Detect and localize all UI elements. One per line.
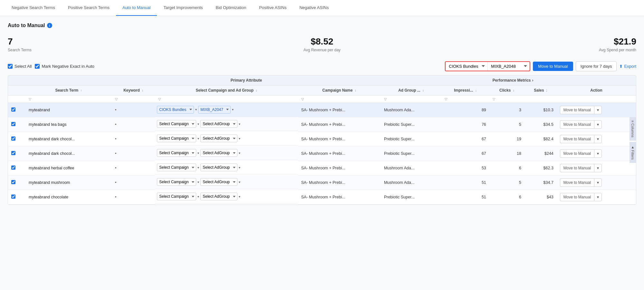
row-adgroup-select[interactable]: Select AdGroup bbox=[200, 135, 237, 142]
row-checkbox[interactable] bbox=[11, 165, 15, 170]
row-checkbox[interactable] bbox=[11, 151, 15, 155]
columns-panel-label[interactable]: ≡ Columns bbox=[630, 117, 636, 141]
row-adgroup-select[interactable]: Select AdGroup bbox=[200, 120, 237, 128]
stats-row: 7 Search Terms $8.52 Avg Revenue per day… bbox=[8, 36, 636, 52]
tab-negative-asins[interactable]: Negative ASINs bbox=[293, 0, 335, 16]
row-action-arrow-button[interactable]: ▾ bbox=[594, 106, 602, 114]
row-move-to-manual-button[interactable]: Move to Manual bbox=[560, 193, 594, 201]
row-checkbox-cell bbox=[8, 117, 25, 132]
filter-checkbox bbox=[8, 95, 25, 103]
row-action-arrow-button[interactable]: ▾ bbox=[594, 120, 602, 129]
action-cell: Move to Manual ▾ bbox=[557, 190, 636, 204]
col-campaign-adgroup[interactable]: Select Campaign and Ad Group ↕ bbox=[155, 85, 298, 95]
sales-cell: $62.3 bbox=[524, 161, 557, 175]
action-btn-group: Move to Manual ▾ bbox=[560, 164, 633, 172]
row-checkbox[interactable] bbox=[11, 107, 15, 112]
col-adgroup[interactable]: Ad Group ... ↕ bbox=[381, 85, 442, 95]
table-body: myteabrand • CIOKS Bundles ▾ MIXB_A2047 … bbox=[8, 103, 636, 204]
filter-clicks[interactable]: ▽ bbox=[489, 95, 524, 103]
col-search-term[interactable]: Search Term ↑ bbox=[25, 85, 112, 95]
tab-positive-search[interactable]: Positive Search Terms bbox=[62, 0, 116, 16]
adgroup-name-cell: Prebiotic Super... bbox=[381, 132, 442, 146]
mark-negative-text: Mark Negative Exact in Auto bbox=[42, 64, 94, 69]
row-adgroup-select[interactable]: Select AdGroup bbox=[200, 164, 237, 171]
info-icon[interactable]: i bbox=[47, 23, 52, 28]
row-move-to-manual-button[interactable]: Move to Manual bbox=[560, 135, 594, 143]
mark-negative-label[interactable]: Mark Negative Exact in Auto bbox=[35, 64, 94, 69]
row-action-arrow-button[interactable]: ▾ bbox=[594, 135, 602, 143]
col-impressions[interactable]: Impressi... ↓ bbox=[441, 85, 489, 95]
search-term-cell: myteabrand tea bags bbox=[25, 117, 112, 132]
col-clicks[interactable]: Clicks ↕ bbox=[489, 85, 524, 95]
filter-impressions[interactable]: ▽ bbox=[441, 95, 489, 103]
sales-cell: $10.3 bbox=[524, 103, 557, 117]
row-campaign-select[interactable]: Select Campaign bbox=[157, 178, 196, 186]
row-move-to-manual-button[interactable]: Move to Manual bbox=[560, 120, 594, 129]
filter-campaign-name[interactable]: ▽ bbox=[298, 95, 381, 103]
tab-target-improvements[interactable]: Target Improvements bbox=[157, 0, 209, 16]
row-checkbox[interactable] bbox=[11, 122, 15, 126]
sales-cell: $82.4 bbox=[524, 132, 557, 146]
mark-negative-checkbox[interactable] bbox=[35, 64, 40, 69]
table-row: myteabrand dark chocol... • Select Campa… bbox=[8, 146, 636, 161]
table-wrapper: Primary Attribute Performance Metrics › … bbox=[8, 75, 636, 205]
row-move-to-manual-button[interactable]: Move to Manual bbox=[560, 178, 594, 187]
campaign-adgroup-cell: CIOKS Bundles ▾ MIXB_A2047 ▾ bbox=[155, 103, 298, 117]
col-sales[interactable]: Sales : bbox=[524, 85, 557, 95]
row-campaign-select[interactable]: Select Campaign bbox=[157, 164, 196, 171]
row-action-arrow-button[interactable]: ▾ bbox=[594, 149, 602, 158]
row-checkbox[interactable] bbox=[11, 180, 15, 184]
table-row: myteabrand chocolate • Select Campaign ▾… bbox=[8, 190, 636, 204]
campaign-dropdown[interactable]: CIOKS Bundles bbox=[446, 62, 488, 71]
filter-campaign-adgroup[interactable]: ▽ bbox=[155, 95, 298, 103]
row-checkbox[interactable] bbox=[11, 136, 15, 141]
row-move-to-manual-button[interactable]: Move to Manual bbox=[560, 164, 594, 172]
keyword-cell: • bbox=[112, 161, 155, 175]
row-adgroup-select[interactable]: Select AdGroup bbox=[200, 193, 237, 200]
row-campaign-select[interactable]: Select Campaign bbox=[157, 149, 196, 157]
table-row: myteabrand tea bags • Select Campaign ▾ … bbox=[8, 117, 636, 132]
col-campaign-name[interactable]: Campaign Name ↕ bbox=[298, 85, 381, 95]
select-all-checkbox[interactable] bbox=[8, 64, 13, 69]
filter-search-term[interactable]: ▽ bbox=[25, 95, 112, 103]
action-cell: Move to Manual ▾ bbox=[557, 175, 636, 190]
move-to-manual-button[interactable]: Move to Manual bbox=[533, 62, 573, 71]
select-all-label[interactable]: Select All bbox=[8, 64, 32, 69]
tab-auto-to-manual[interactable]: Auto to Manual bbox=[116, 0, 157, 16]
table-row: myteabrand mushroom • Select Campaign ▾ … bbox=[8, 175, 636, 190]
filter-adgroup[interactable]: ▽ bbox=[381, 95, 442, 103]
row-action-arrow-button[interactable]: ▾ bbox=[594, 178, 602, 187]
row-adgroup-select[interactable]: Select AdGroup bbox=[200, 149, 237, 157]
tab-negative-search[interactable]: Negative Search Terms bbox=[5, 0, 62, 16]
tab-bid-optimization[interactable]: Bid Optimization bbox=[209, 0, 253, 16]
row-action-arrow-button[interactable]: ▾ bbox=[594, 164, 602, 172]
campaign-name-cell: SA- Mushroom + Prebi... bbox=[298, 103, 381, 117]
tab-positive-asins[interactable]: Positive ASINs bbox=[253, 0, 293, 16]
row-campaign-select[interactable]: Select Campaign bbox=[157, 135, 196, 142]
keyword-cell: • bbox=[112, 103, 155, 117]
adgroup-dropdown[interactable]: MIXB_A2048 bbox=[488, 62, 530, 71]
row-action-arrow-button[interactable]: ▾ bbox=[594, 193, 602, 201]
action-btn-group: Move to Manual ▾ bbox=[560, 106, 633, 114]
filter-keyword[interactable]: ▽ bbox=[112, 95, 155, 103]
row-campaign-select[interactable]: Select Campaign bbox=[157, 120, 196, 128]
stat-search-terms: 7 Search Terms bbox=[8, 36, 217, 52]
row-campaign-select[interactable]: CIOKS Bundles bbox=[157, 106, 194, 114]
ignore-button[interactable]: Ignore for 7 days bbox=[576, 61, 617, 71]
filters-panel-label[interactable]: ▲ Filters bbox=[630, 142, 636, 163]
stat-value-avg-spend: $21.9 bbox=[427, 36, 636, 47]
adgroup-name-cell: Mushroom Ada... bbox=[381, 103, 442, 117]
clicks-cell: 6 bbox=[489, 161, 524, 175]
row-adgroup-select[interactable]: MIXB_A2047 bbox=[198, 106, 231, 114]
header-group-performance: Performance Metrics › bbox=[489, 75, 636, 85]
row-checkbox[interactable] bbox=[11, 195, 15, 199]
campaign-adgroup-cell: Select Campaign ▾ Select AdGroup ▾ bbox=[155, 161, 298, 175]
row-campaign-select[interactable]: Select Campaign bbox=[157, 193, 196, 200]
row-move-to-manual-button[interactable]: Move to Manual bbox=[560, 106, 594, 114]
col-keyword[interactable]: Keyword ↕ bbox=[112, 85, 155, 95]
header-group-empty1 bbox=[8, 75, 112, 85]
row-adgroup-select[interactable]: Select AdGroup bbox=[200, 178, 237, 186]
row-move-to-manual-button[interactable]: Move to Manual bbox=[560, 149, 594, 158]
export-button[interactable]: ⬆ Export bbox=[619, 64, 636, 69]
tabs-bar: Negative Search TermsPositive Search Ter… bbox=[0, 0, 644, 16]
